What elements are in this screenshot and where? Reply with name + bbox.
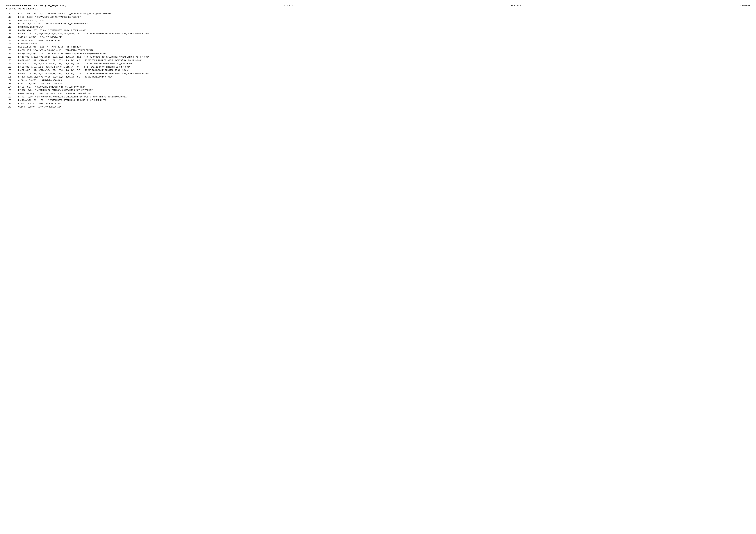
row-number: 140 — [6, 106, 18, 109]
table-row: 128Е6-93 ССЦП.1-5,7(А2=34,96+(31,1-27,4)… — [6, 66, 750, 69]
table-row: 122Е11-2(А2=38,74)' .1,02' ' · УПЛОТНЕНИ… — [6, 46, 750, 49]
table-row: 139С124-1' 0,024' ' АРМАТУРА КЛАССА А1* — [6, 102, 750, 105]
row-number: 119 — [6, 36, 18, 39]
table-row: 135Е7-733' 0,94' ' ЛЕСТНИЦЫ ПО ГОТОВОМУ … — [6, 89, 750, 92]
table-row: 136608-92338 ССЦП.11-172(=1)' 94,2' 3,72… — [6, 92, 750, 95]
table-row: 112Е11-11(А2=27,68)' 0,7' ' УКЛАДКА БЕТО… — [6, 13, 750, 15]
table-row: 137Е7-737' 0,30' ' УСТАНОВКА МЕТАЛЛИЧЕСК… — [6, 96, 750, 98]
table-row: 115Е6-263' 5,0' ' ' ИСПЫТАНИЕ РЕЗЕРВУАРА… — [6, 22, 750, 25]
table-row: 134Е6-83' 0,274' ' ЗАКЛАДНЫЕ ИЗДЕЛИЯ И Д… — [6, 86, 750, 89]
table-row: 124Е6-1(А2=27,42)' 11,49' ' УСТРОЙСТВО Б… — [6, 52, 750, 55]
row-number: 128 — [6, 66, 18, 69]
row-number: 121 — [6, 42, 18, 45]
row-number: 138 — [6, 99, 18, 102]
row-number: 136 — [6, 92, 18, 95]
row-number: 124 — [6, 52, 18, 55]
document-subtitle: А-IУ-600-476.90 Альбом II — [6, 8, 750, 10]
row-number: 130 — [6, 72, 18, 75]
table-row: 132С124-16' 0,829' ' ' АРМАТУРА КЛАССА А… — [6, 79, 750, 82]
content-table: 112Е11-11(А2=27,68)' 0,7' ' УКЛАДКА БЕТО… — [6, 13, 750, 109]
table-row: 117Е6-226(А2=41,28)' 25,88' ' УСТРОЙСТВО… — [6, 29, 750, 32]
row-content: С124-16' 0,829' ' ' АРМАТУРА КЛАССА А1* — [18, 79, 750, 82]
row-content: Е6-61(А2=305,68)' 0,052* — [18, 19, 750, 22]
row-content: Е6-93 ССЦП.1-5,7(А2=34,96+(31,1-27,4).1,… — [18, 66, 750, 69]
row-content: Е6-173 ССЦП1-31,29(А2=37,28+(33,3-29,3).… — [18, 76, 750, 79]
row-number: 118 — [6, 33, 18, 35]
table-row: 114Е6-61(А2=305,68)' 0,052* — [6, 19, 750, 22]
row-content: С124-16' 0,088' ' АРМАТУРА КЛАССА А1* — [18, 36, 750, 39]
row-content: РТАМБУРЫ И ВОДЫ* — [18, 42, 750, 45]
row-content: Е6-95 ССЦП.1-17,19(А2=40,24+(32,1-28,2).… — [18, 63, 750, 65]
row-content: Е11-11(А2=27,68)' 0,7' ' УКЛАДКА БЕТОНА … — [18, 13, 750, 15]
row-content: Е6-175 ССЦП.1-31,29(А2=34,53+(33,3-29,3)… — [18, 33, 750, 35]
row-number: 131 — [6, 76, 18, 79]
row-number: 125 — [6, 56, 18, 59]
table-row: 140С124-3' 0,039' ' АРМАТУРА КЛАССА А3* — [6, 106, 750, 109]
row-content: С124-3' 0,039' ' АРМАТУРА КЛАССА А3* — [18, 106, 750, 109]
table-row: 126Е6-92 ССЦП.1-17,19(А2=39,51+(32,1-28,… — [6, 59, 750, 62]
row-number: 127 — [6, 63, 18, 65]
row-number: 135 — [6, 89, 18, 92]
row-content: РВЫТЯЖНЫЕ ВЕНТКАМЕРЫ* — [18, 26, 750, 29]
table-row: 133С124-18' 8,433' '' АРМАТУРА КЛАССА А3… — [6, 82, 750, 85]
table-row: 138Е6-16(А2=29,13)' 1,03' ' ' УСТРОЙСТВО… — [6, 99, 750, 102]
row-number: 116 — [6, 26, 18, 29]
row-number: 115 — [6, 22, 18, 25]
row-number: 133 — [6, 82, 18, 85]
table-row: 125Е6-16 ССЦП.1-19,17(А2=29,13+(32,1-28,… — [6, 56, 750, 59]
row-content: Е6-97 ССЦП.1-17,19(А2=32,34+(32,1-28,2).… — [18, 69, 750, 72]
row-number: 113 — [6, 16, 18, 19]
row-content: Е11-2(А2=38,74)' .1,02' ' · УПЛОТНЕНИЕ Г… — [18, 46, 750, 49]
row-number: 120 — [6, 39, 18, 42]
row-content: С124-18' 8,433' '' АРМАТУРА КЛАССА А3* — [18, 82, 750, 85]
row-content: 608-92338 ССЦП.11-172(=1)' 94,2' 3,72' С… — [18, 92, 750, 95]
row-content: Е6-1(А2=27,42)' 11,49' ' УСТРОЙСТВО БЕТО… — [18, 52, 750, 55]
row-number: 117 — [6, 29, 18, 32]
row-content: Е6-226(А2=41,28)' 25,88' ' УСТРОЙСТВО ДН… — [18, 29, 750, 32]
table-row: 131Е6-173 ССЦП1-31,29(А2=37,28+(33,3-29,… — [6, 76, 750, 79]
row-number: 137 — [6, 96, 18, 98]
row-number: 129 — [6, 69, 18, 72]
table-row: 130Е6-175 ССЦП1-31,29(А2=34,53+(33,3-29,… — [6, 72, 750, 75]
table-row: 121РТАМБУРЫ И ВОДЫ* — [6, 42, 750, 45]
row-content: Е6-302 ССЦП.2-8(А2=33,4;0,85#)' 6,1' ' У… — [18, 49, 750, 52]
row-content: Е7-733' 0,94' ' ЛЕСТНИЦЫ ПО ГОТОВОМУ ОСН… — [18, 89, 750, 92]
row-content: С124-1' 0,024' ' АРМАТУРА КЛАССА А1* — [18, 102, 750, 105]
row-content: Е6-175 ССЦП1-31,29(А2=34,53+(33,3-29,3).… — [18, 72, 750, 75]
row-content: Е6-92 ССЦП.1-17,19(А2=39,51+(32,1-28,2).… — [18, 59, 750, 62]
row-number: 114 — [6, 19, 18, 22]
row-content: Е6-16(А2=29,13)' 1,03' ' ' УСТРОЙСТВО ЛЕ… — [18, 99, 750, 102]
row-number: 112 — [6, 13, 18, 15]
table-row: 127Е6-95 ССЦП.1-17,19(А2=40,24+(32,1-28,… — [6, 63, 750, 65]
row-number: 132 — [6, 79, 18, 82]
doc-number: 24637-12 — [511, 5, 523, 7]
table-row: 129Е6-97 ССЦП.1-17,19(А2=32,34+(32,1-28,… — [6, 69, 750, 72]
table-row: 116РВЫТЯЖНЫЕ ВЕНТКАМЕРЫ* — [6, 26, 750, 29]
page-header: ПРОГРАММНЫЙ КОМПЛЕКС АВС-3ЕС ( РЕДАКЦИЯ … — [6, 5, 750, 7]
row-number: 134 — [6, 86, 18, 89]
doc-id: 14900063 — [741, 5, 750, 7]
row-number: 139 — [6, 102, 18, 105]
row-content: Е6-63' 0,012' ' ОБРАМЛЕНИЕ ДЛЯ МЕТАЛЛИЧЕ… — [18, 16, 750, 19]
program-title: ПРОГРАММНЫЙ КОМПЛЕКС АВС-3ЕС ( РЕДАКЦИЯ … — [6, 5, 67, 7]
table-row: 113Е6-63' 0,012' ' ОБРАМЛЕНИЕ ДЛЯ МЕТАЛЛ… — [6, 16, 750, 19]
row-content: Е6-263' 5,0' ' ' ИСПЫТАНИЕ РЕЗЕРВУАРА НА… — [18, 22, 750, 25]
row-content: Е6-16 ССЦП.1-19,17(А2=29,13+(32,1-28,2).… — [18, 56, 750, 59]
row-number: 122 — [6, 46, 18, 49]
row-number: 123 — [6, 49, 18, 52]
row-number: 126 — [6, 59, 18, 62]
table-row: 118Е6-175 ССЦП.1-31,29(А2=34,53+(33,3-29… — [6, 33, 750, 35]
page-number: - 38 - — [284, 5, 293, 7]
row-content: Е6-83' 0,274' ' ЗАКЛАДНЫЕ ИЗДЕЛИЯ И ДЕТА… — [18, 86, 750, 89]
row-content: С124-18' 2,41' ' АРМАТУРА КЛАССА А3* — [18, 39, 750, 42]
table-row: 123Е6-302 ССЦП.2-8(А2=33,4;0,85#)' 6,1' … — [6, 49, 750, 52]
table-row: 119С124-16' 0,088' ' АРМАТУРА КЛАССА А1* — [6, 36, 750, 39]
row-content: Е7-737' 0,30' ' УСТАНОВКА МЕТАЛЛИЧЕСКИХ … — [18, 96, 750, 98]
table-row: 120С124-18' 2,41' ' АРМАТУРА КЛАССА А3* — [6, 39, 750, 42]
